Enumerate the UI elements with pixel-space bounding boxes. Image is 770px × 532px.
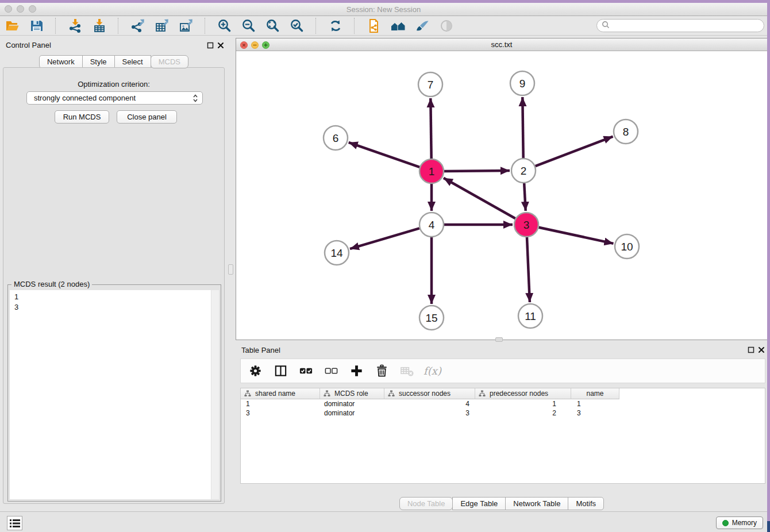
svg-text:2: 2 <box>521 165 527 177</box>
network-window-titlebar[interactable]: scc.txt <box>236 38 767 51</box>
column-header-successor-nodes[interactable]: successor nodes <box>384 388 475 399</box>
copy-session-icon[interactable] <box>366 18 382 33</box>
zoom-in-icon[interactable] <box>217 18 232 33</box>
edge-3-11[interactable] <box>527 237 530 302</box>
import-table-icon[interactable] <box>91 18 107 33</box>
node-4[interactable]: 4 <box>419 213 444 237</box>
edge-4-14[interactable] <box>350 228 419 249</box>
tab-style[interactable]: Style <box>82 55 115 68</box>
tab-network-table[interactable]: Network Table <box>505 497 568 510</box>
network-view-title: scc.txt <box>236 40 767 49</box>
hierarchy-icon <box>324 390 330 397</box>
style-brush-icon[interactable] <box>414 18 430 33</box>
splitter-grip[interactable] <box>228 264 233 275</box>
node-7[interactable]: 7 <box>418 72 442 97</box>
import-network-icon[interactable] <box>67 18 83 33</box>
column-label: MCDS role <box>334 390 368 398</box>
zoom-fit-icon[interactable] <box>265 18 280 33</box>
deselect-all-icon[interactable] <box>324 363 339 379</box>
cell-successor-nodes[interactable]: 3 <box>384 409 475 417</box>
table-panel: Table Panel f(x) shared nameMCDS rolesuc… <box>236 342 768 511</box>
float-panel-icon[interactable] <box>206 41 214 49</box>
edge-2-3[interactable] <box>524 183 526 211</box>
desktop-frame-right <box>767 0 770 521</box>
edge-1-6[interactable] <box>349 142 420 167</box>
edge-2-8[interactable] <box>536 137 613 167</box>
search-box[interactable] <box>596 19 764 32</box>
run-mcds-button[interactable]: Run MCDS <box>55 110 109 124</box>
float-table-panel-icon[interactable] <box>747 346 755 354</box>
task-history-button[interactable] <box>7 516 22 530</box>
edge-3-10[interactable] <box>539 228 614 244</box>
node-14[interactable]: 14 <box>325 241 349 265</box>
edge-2-9[interactable] <box>522 97 523 158</box>
tab-mcds[interactable]: MCDS <box>151 55 188 68</box>
close-panel-icon[interactable] <box>217 41 225 49</box>
cell-name[interactable]: 1 <box>571 400 619 408</box>
splitter-grip-horizontal[interactable] <box>495 337 503 342</box>
export-table-icon[interactable] <box>154 18 170 33</box>
node-6[interactable]: 6 <box>324 126 348 150</box>
cell-mcds-role[interactable]: dominator <box>320 409 384 417</box>
tab-edge-table[interactable]: Edge Table <box>452 497 506 510</box>
search-input[interactable] <box>610 20 764 32</box>
node-15[interactable]: 15 <box>419 306 444 330</box>
cell-predecessor-nodes[interactable]: 1 <box>475 400 571 408</box>
cell-mcds-role[interactable]: dominator <box>320 400 384 408</box>
svg-text:6: 6 <box>333 132 339 144</box>
svg-text:11: 11 <box>525 310 536 322</box>
mcds-result-textarea[interactable]: 13 <box>10 290 219 499</box>
column-header-name[interactable]: name <box>571 388 619 399</box>
scrollbar-track[interactable] <box>211 290 219 499</box>
toolbar-separator <box>315 18 317 34</box>
zoom-out-icon[interactable] <box>241 18 256 33</box>
edge-1-2[interactable] <box>444 171 510 171</box>
column-header-predecessor-nodes[interactable]: predecessor nodes <box>475 388 571 399</box>
node-9[interactable]: 9 <box>510 71 534 95</box>
memory-button[interactable]: Memory <box>716 516 763 529</box>
home-icon[interactable] <box>390 18 406 33</box>
column-header-shared-name[interactable]: shared name <box>241 388 320 399</box>
criterion-dropdown[interactable]: strongly connected component <box>26 91 203 105</box>
export-image-icon[interactable] <box>178 18 194 33</box>
mcds-result-value: 1 <box>14 292 214 302</box>
tab-node-table[interactable]: Node Table <box>399 497 453 510</box>
cell-shared-name[interactable]: 3 <box>241 409 320 417</box>
add-row-icon[interactable] <box>349 363 364 379</box>
delete-row-icon[interactable] <box>374 363 390 379</box>
export-network-icon[interactable] <box>130 18 145 33</box>
control-panel-title: Control Panel <box>6 41 51 49</box>
node-8[interactable]: 8 <box>614 119 638 144</box>
tab-select[interactable]: Select <box>114 55 151 68</box>
close-panel-button[interactable]: Close panel <box>117 110 177 124</box>
column-header-mcds-role[interactable]: MCDS role <box>320 388 384 399</box>
save-session-icon[interactable] <box>29 18 44 33</box>
tab-motifs[interactable]: Motifs <box>568 497 604 510</box>
table-row[interactable]: 1dominator411 <box>241 399 765 408</box>
node-1[interactable]: 1 <box>419 159 444 183</box>
network-canvas[interactable]: 7968124314101511 <box>236 51 767 340</box>
edge-3-1[interactable] <box>444 178 515 218</box>
cell-successor-nodes[interactable]: 4 <box>384 400 475 408</box>
node-3[interactable]: 3 <box>514 213 538 237</box>
cell-predecessor-nodes[interactable]: 2 <box>475 409 571 417</box>
show-column-panel-icon[interactable] <box>273 363 288 379</box>
edge-1-7[interactable] <box>430 98 431 159</box>
select-all-icon[interactable] <box>298 363 314 379</box>
table-panel-title: Table Panel <box>241 346 280 354</box>
node-10[interactable]: 10 <box>615 234 639 259</box>
table-body: 1dominator4113dominator323 <box>241 399 765 418</box>
node-11[interactable]: 11 <box>518 304 542 328</box>
close-table-panel-icon[interactable] <box>757 346 765 354</box>
desktop-frame-top <box>0 0 770 3</box>
table-options-icon[interactable] <box>248 363 263 379</box>
open-session-icon[interactable] <box>5 18 20 33</box>
zoom-selected-icon[interactable] <box>289 18 305 33</box>
refresh-layout-icon[interactable] <box>328 18 343 33</box>
table-row[interactable]: 3dominator323 <box>241 408 765 418</box>
tab-network[interactable]: Network <box>39 55 83 68</box>
cell-name[interactable]: 3 <box>571 409 619 417</box>
cell-shared-name[interactable]: 1 <box>241 400 320 408</box>
node-2[interactable]: 2 <box>511 159 536 183</box>
graphics-details-icon <box>438 18 454 33</box>
